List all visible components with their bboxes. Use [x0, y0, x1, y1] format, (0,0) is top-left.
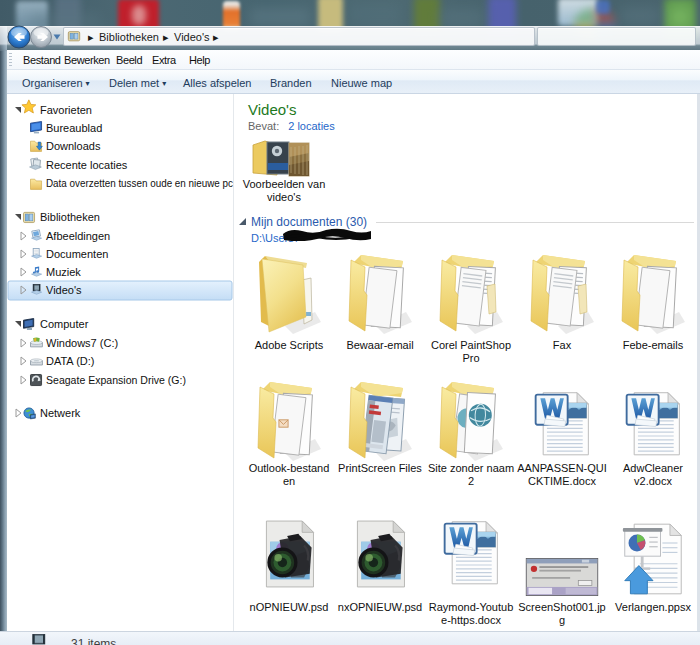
svg-text:Data overzetten tussen oude en: Data overzetten tussen oude en nieuwe pc	[46, 177, 233, 189]
svg-text:Afbeeldingen: Afbeeldingen	[46, 230, 110, 242]
svg-text:Seagate Expansion Drive (G:): Seagate Expansion Drive (G:)	[46, 374, 186, 386]
svg-text:Downloads: Downloads	[46, 140, 101, 152]
svg-text:Bureaublad: Bureaublad	[46, 122, 102, 134]
svg-text:Documenten: Documenten	[46, 248, 108, 260]
svg-text:Windows7 (C:): Windows7 (C:)	[46, 337, 118, 349]
svg-text:Computer: Computer	[40, 318, 89, 330]
svg-text:Recente locaties: Recente locaties	[46, 159, 128, 171]
svg-text:DATA (D:): DATA (D:)	[46, 355, 94, 367]
svg-text:Bibliotheken: Bibliotheken	[40, 211, 100, 223]
svg-text:Favorieten: Favorieten	[40, 104, 92, 116]
svg-text:Netwerk: Netwerk	[40, 407, 81, 419]
svg-text:Muziek: Muziek	[46, 266, 81, 278]
svg-text:Video's: Video's	[46, 284, 82, 296]
